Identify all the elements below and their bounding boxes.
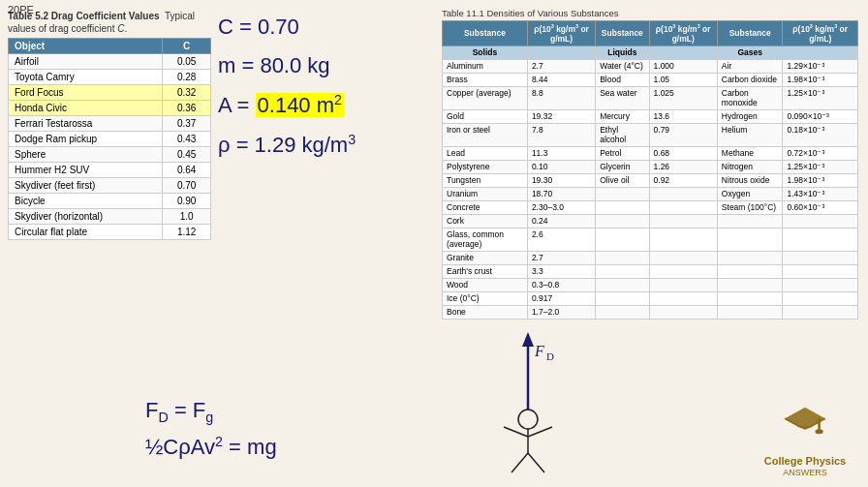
liquid-val	[649, 305, 717, 319]
gas-val: 1.43×10⁻³	[783, 187, 858, 200]
c-value: 0.28	[163, 70, 211, 85]
liquid-name: Olive oil	[596, 173, 649, 187]
gas-name	[717, 214, 783, 228]
liquid-val: 1.26	[649, 160, 717, 173]
density-table: Substance ρ(103 kg/m3 or g/mL) Substance…	[442, 20, 858, 320]
gas-val	[783, 264, 858, 278]
gas-val: 0.60×10⁻³	[783, 200, 858, 214]
gas-val: 0.18×10⁻³	[783, 123, 858, 146]
hw-a-value: A = 0.140 m2	[218, 92, 480, 118]
svg-text:F: F	[534, 343, 544, 359]
liquid-name: Sea water	[596, 86, 649, 109]
object-name: Airfoil	[9, 54, 163, 70]
d-substance-header: Substance	[443, 21, 528, 46]
liquid-name: Glycerin	[596, 160, 649, 173]
solid-name: Uranium	[443, 187, 528, 200]
c-value: 0.70	[163, 178, 211, 194]
solid-name: Iron or steel	[443, 123, 528, 146]
object-name: Ferrari Testarossa	[9, 116, 163, 132]
solid-val: 1.7–2.0	[527, 305, 595, 319]
liquid-name	[596, 251, 649, 264]
c-value: 0.90	[163, 194, 211, 209]
solid-name: Cork	[443, 214, 528, 228]
density-table-row: Copper (average) 8.8 Sea water 1.025 Car…	[443, 86, 858, 109]
object-name: Toyota Camry	[9, 70, 163, 85]
svg-point-12	[815, 429, 822, 434]
liquids-label: Liquids	[596, 46, 649, 59]
drag-table-row: Ford Focus0.32	[9, 85, 211, 101]
drag-table-row: Airfoil0.05	[9, 54, 211, 70]
liquid-val	[649, 278, 717, 291]
density-table-row: Brass 8.44 Blood 1.05 Carbon dioxide 1.9…	[443, 73, 858, 86]
liquid-val: 1.000	[649, 59, 717, 73]
liquid-val	[649, 264, 717, 278]
solid-val: 2.6	[527, 228, 595, 251]
gas-val: 0.090×10⁻³	[783, 109, 858, 123]
gas-name: Hydrogen	[717, 109, 783, 123]
liquid-name: Petrol	[596, 146, 649, 160]
liquid-name	[596, 200, 649, 214]
density-section: Table 11.1 Densities of Various Substanc…	[442, 8, 858, 320]
density-table-row: Ice (0°C) 0.917	[443, 291, 858, 305]
density-table-row: Gold 19.32 Mercury 13.6 Hydrogen 0.090×1…	[443, 109, 858, 123]
solid-name: Brass	[443, 73, 528, 86]
gas-val	[783, 291, 858, 305]
gas-name	[717, 264, 783, 278]
d-density3-header: ρ(103 kg/m3 or g/mL)	[783, 21, 858, 46]
c-value: 0.64	[163, 163, 211, 178]
c-value: 1.12	[163, 225, 211, 240]
liquid-val: 0.79	[649, 123, 717, 146]
density-section-header: SolidsLiquidsGases	[443, 46, 858, 59]
object-name: Dodge Ram pickup	[9, 132, 163, 147]
liquid-val: 1.025	[649, 86, 717, 109]
drag-table: Object C Airfoil0.05Toyota Camry0.28Ford…	[8, 38, 211, 240]
solids-label: Solids	[443, 46, 528, 59]
solid-val: 2.30–3.0	[527, 200, 595, 214]
liquid-val: 0.68	[649, 146, 717, 160]
drag-table-row: Hummer H2 SUV0.64	[9, 163, 211, 178]
svg-line-8	[512, 453, 528, 472]
gas-name	[717, 305, 783, 319]
c-value: 0.45	[163, 147, 211, 163]
liquid-name	[596, 228, 649, 251]
solid-name: Ice (0°C)	[443, 291, 528, 305]
stick-figure: F D	[436, 322, 630, 477]
solid-name: Bone	[443, 305, 528, 319]
gas-name	[717, 291, 783, 305]
liquid-name	[596, 187, 649, 200]
liquid-val	[649, 251, 717, 264]
object-name: Bicycle	[9, 194, 163, 209]
drag-coefficient-section: Table 5.2 Drag Coefficient Values Typica…	[8, 10, 211, 240]
d-density2-header: ρ(103 kg/m3 or g/mL)	[649, 21, 717, 46]
object-name: Circular flat plate	[9, 225, 163, 240]
density-table-row: Iron or steel 7.8 Ethyl alcohol 0.79 Hel…	[443, 123, 858, 146]
gas-name	[717, 278, 783, 291]
solid-val: 11.3	[527, 146, 595, 160]
density-table-row: Glass, common (average) 2.6	[443, 228, 858, 251]
svg-marker-1	[522, 332, 534, 347]
object-name: Hummer H2 SUV	[9, 163, 163, 178]
hw-rho-value: ρ = 1.29 kg/m3	[218, 132, 480, 158]
object-name: Skydiver (horizontal)	[9, 209, 163, 225]
density-table-row: Tungsten 19.30 Olive oil 0.92 Nitrous ox…	[443, 173, 858, 187]
liquid-name: Blood	[596, 73, 649, 86]
d-substance2-header: Substance	[596, 21, 649, 46]
drag-table-row: Toyota Camry0.28	[9, 70, 211, 85]
gas-val	[783, 214, 858, 228]
liquid-name: Ethyl alcohol	[596, 123, 649, 146]
object-header: Object	[9, 39, 163, 54]
c-header: C	[163, 39, 211, 54]
gas-val: 1.29×10⁻³	[783, 59, 858, 73]
liquid-val	[649, 291, 717, 305]
liquid-val: 1.05	[649, 73, 717, 86]
gas-name: Carbon monoxide	[717, 86, 783, 109]
density-table-row: Bone 1.7–2.0	[443, 305, 858, 319]
c-value: 0.43	[163, 132, 211, 147]
gas-name: Helium	[717, 123, 783, 146]
object-name: Skydiver (feet first)	[9, 178, 163, 194]
gases-label: Gases	[717, 46, 783, 59]
c-value: 0.05	[163, 54, 211, 70]
liquid-val	[649, 200, 717, 214]
c-value: 1.0	[163, 209, 211, 225]
liquid-name	[596, 291, 649, 305]
